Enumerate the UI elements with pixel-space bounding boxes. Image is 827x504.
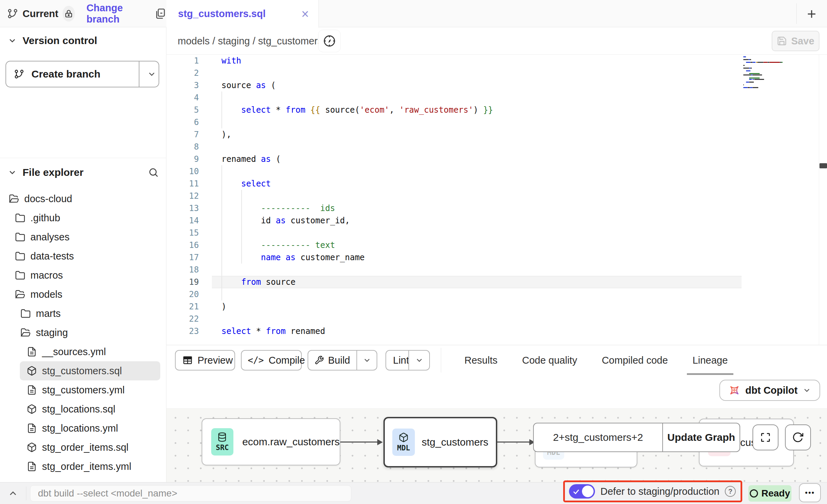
file-item-marts[interactable]: marts [0, 304, 166, 323]
minimap-border [819, 55, 819, 345]
version-control-header[interactable]: Version control [8, 35, 97, 46]
file-item-label: docs-cloud [24, 193, 72, 205]
code-line[interactable]: 3source as ( [166, 79, 827, 92]
file-item-data-tests[interactable]: data-tests [0, 247, 166, 266]
code-line[interactable]: 23select * from renamed [166, 325, 827, 337]
code-line[interactable]: 4 [166, 92, 827, 104]
tab-stg-customers[interactable]: stg_customers.sql × [166, 0, 319, 28]
refresh-button[interactable] [785, 424, 811, 450]
command-input[interactable]: dbt build --select <model_name> [30, 485, 351, 502]
file-item-models[interactable]: models [0, 285, 166, 304]
current-branch-label: Current [23, 8, 58, 19]
code-line[interactable]: 18 [166, 264, 827, 276]
file-item-stg_order_items.yml[interactable]: stg_order_items.yml [0, 457, 166, 476]
create-branch-button[interactable]: Create branch [5, 61, 159, 87]
line-number: 17 [166, 253, 212, 262]
lineage-node-source[interactable]: SRC ecom.raw_customers [202, 418, 340, 465]
code-line[interactable]: 14 id as customer_id, [166, 214, 827, 227]
code-line[interactable]: 11 select [166, 178, 827, 190]
code-text: from source [212, 277, 296, 287]
line-number: 7 [166, 130, 212, 139]
line-number: 3 [166, 81, 212, 90]
line-number: 16 [166, 240, 212, 250]
code-line[interactable]: 10 [166, 165, 827, 178]
code-text: ), [212, 130, 231, 139]
fullscreen-button[interactable] [753, 424, 778, 450]
file-item-stg_locations.sql[interactable]: stg_locations.sql [0, 400, 166, 419]
tab-lineage[interactable]: Lineage [680, 345, 740, 375]
node-label: ecom.raw_customers [242, 436, 340, 448]
update-graph-button[interactable]: Update Graph [663, 423, 740, 451]
lineage-node-stg-customers[interactable]: MDL stg_customers [383, 417, 497, 467]
file-item-docs-cloud[interactable]: docs-cloud [0, 189, 166, 208]
lineage-canvas[interactable]: SRC ecom.raw_customers MDL stg_customers… [166, 408, 827, 482]
code-editor[interactable]: 1with23source as (45 select * from {{ so… [166, 55, 827, 345]
code-line[interactable]: 7), [166, 128, 827, 141]
save-button[interactable]: Save [772, 31, 819, 51]
code-line[interactable]: 8 [166, 141, 827, 153]
code-line[interactable]: 5 select * from {{ source('ecom', 'raw_c… [166, 104, 827, 116]
lineage-selector-input[interactable]: 2+stg_customers+2 [534, 423, 662, 451]
folder-icon [21, 308, 31, 319]
compile-button[interactable]: </> Compile [241, 350, 302, 370]
node-label: stg_customers [422, 436, 488, 448]
create-branch-dropdown[interactable] [144, 61, 159, 87]
file-item-__sources.yml[interactable]: __sources.yml [0, 342, 166, 361]
line-number: 21 [166, 302, 212, 311]
file-item-.github[interactable]: .github [0, 208, 166, 227]
code-line[interactable]: 20 [166, 288, 827, 300]
code-line[interactable]: 22 [166, 313, 827, 325]
copy-icon[interactable] [154, 8, 166, 20]
code-line[interactable]: 16 ---------- text [166, 239, 827, 251]
build-button[interactable]: Build [308, 355, 356, 366]
file-item-staging[interactable]: staging [0, 323, 166, 342]
minimap-line [749, 73, 760, 74]
code-line[interactable]: 1with [166, 55, 827, 67]
code-line[interactable]: 19 from source [166, 276, 827, 288]
tab-results[interactable]: Results [452, 345, 510, 375]
more-options-button[interactable]: ••• [799, 483, 821, 502]
file-item-macros[interactable]: macros [0, 266, 166, 285]
file-explorer-header[interactable]: File explorer [8, 167, 159, 178]
dbt-copilot-button[interactable]: dbt Copilot [719, 380, 820, 401]
tab-compiled-code[interactable]: Compiled code [589, 345, 680, 375]
line-number: 15 [166, 228, 212, 238]
cube-icon [398, 432, 409, 443]
file-item-stg_customers.sql[interactable]: stg_customers.sql [20, 361, 160, 380]
minimap-line [743, 65, 745, 66]
code-line[interactable]: 17 name as customer_name [166, 251, 827, 264]
code-line[interactable]: 21) [166, 300, 827, 313]
scrollbar-thumb[interactable] [819, 163, 827, 168]
model-health-chip[interactable] [318, 30, 341, 52]
result-tabs: ResultsCode qualityCompiled codeLineage [452, 345, 740, 375]
preview-button[interactable]: Preview [175, 350, 235, 370]
code-line[interactable]: 13 ---------- ids [166, 202, 827, 214]
results-toolbar: Preview </> Compile Build Lint [166, 345, 827, 375]
badge-label: SRC [216, 444, 229, 452]
tab-close-icon[interactable]: × [301, 8, 309, 20]
lint-button[interactable]: Lint [386, 355, 408, 366]
help-icon[interactable]: ? [725, 486, 736, 497]
code-line[interactable]: 6 [166, 116, 827, 128]
file-item-analyses[interactable]: analyses [0, 227, 166, 247]
build-dropdown[interactable] [357, 356, 377, 365]
minimap[interactable] [740, 55, 818, 158]
code-line[interactable]: 2 [166, 67, 827, 79]
code-line[interactable]: 9renamed as ( [166, 153, 827, 165]
code-line[interactable]: 15 [166, 227, 827, 239]
defer-toggle[interactable] [569, 484, 595, 499]
code-text: id as customer_id, [212, 216, 350, 225]
file-item-stg_order_items.sql[interactable]: stg_order_items.sql [0, 438, 166, 457]
lineage-edge [497, 442, 531, 443]
search-icon[interactable] [148, 167, 159, 178]
new-tab-button[interactable] [804, 6, 819, 22]
git-branch-icon [7, 8, 18, 19]
file-item-stg_customers.yml[interactable]: stg_customers.yml [0, 380, 166, 400]
tab-code-quality[interactable]: Code quality [510, 345, 589, 375]
lint-dropdown[interactable] [409, 356, 429, 365]
line-number: 2 [166, 68, 212, 78]
code-line[interactable]: 12 [166, 190, 827, 202]
chevron-up-icon[interactable] [8, 488, 18, 499]
file-item-stg_locations.yml[interactable]: stg_locations.yml [0, 419, 166, 438]
change-branch-link[interactable]: Change branch [86, 2, 143, 25]
